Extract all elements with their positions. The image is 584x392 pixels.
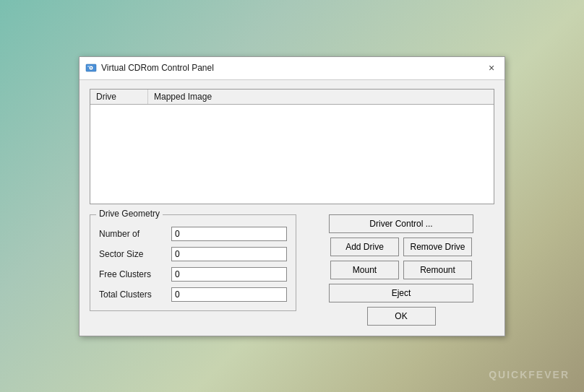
remount-button[interactable]: Remount [403, 261, 472, 279]
bottom-section: Drive Geometry Number of Sector Size Fre… [90, 214, 494, 326]
btn-row-eject: Eject [308, 284, 494, 302]
list-body [90, 105, 494, 201]
col-mapped-image-header[interactable]: Mapped Image [148, 90, 494, 104]
field-row-number-of: Number of [99, 227, 287, 241]
mount-button[interactable]: Mount [330, 261, 399, 279]
close-button[interactable]: × [484, 61, 499, 75]
eject-button[interactable]: Eject [329, 284, 473, 302]
app-icon [85, 62, 97, 74]
svg-point-2 [90, 67, 92, 69]
remove-drive-button[interactable]: Remove Drive [403, 238, 472, 256]
label-number-of: Number of [99, 229, 171, 239]
input-total-clusters[interactable] [171, 287, 287, 302]
btn-row-add-remove: Add Drive Remove Drive [308, 238, 494, 256]
main-window: Virtual CDRom Control Panel × Drive Mapp… [79, 56, 505, 336]
label-free-clusters: Free Clusters [99, 269, 171, 279]
drive-geometry-legend: Drive Geometry [96, 209, 163, 219]
window-body: Drive Mapped Image Drive Geometry Number… [80, 80, 504, 336]
field-row-sector-size: Sector Size [99, 247, 287, 261]
input-sector-size[interactable] [171, 247, 287, 261]
btn-row-driver-control: Driver Control ... [308, 214, 494, 233]
title-bar-left: Virtual CDRom Control Panel [85, 62, 214, 74]
drive-geometry-group: Drive Geometry Number of Sector Size Fre… [90, 214, 296, 311]
input-free-clusters[interactable] [171, 267, 287, 282]
window-title: Virtual CDRom Control Panel [101, 63, 214, 73]
field-row-free-clusters: Free Clusters [99, 267, 287, 282]
field-row-total-clusters: Total Clusters [99, 287, 287, 302]
watermark: QUICKFEVER [489, 369, 570, 380]
buttons-panel: Driver Control ... Add Drive Remove Driv… [308, 214, 494, 326]
driver-control-button[interactable]: Driver Control ... [329, 214, 473, 233]
list-header: Drive Mapped Image [90, 90, 494, 105]
title-bar: Virtual CDRom Control Panel × [80, 57, 504, 80]
ok-button[interactable]: OK [367, 307, 436, 326]
drive-list: Drive Mapped Image [90, 89, 494, 204]
label-total-clusters: Total Clusters [99, 289, 171, 300]
btn-row-ok: OK [308, 307, 494, 326]
svg-rect-3 [87, 66, 90, 67]
label-sector-size: Sector Size [99, 249, 171, 259]
btn-row-mount-remount: Mount Remount [308, 261, 494, 279]
col-drive-header[interactable]: Drive [90, 90, 148, 104]
input-number-of[interactable] [171, 227, 287, 241]
add-drive-button[interactable]: Add Drive [330, 238, 399, 256]
